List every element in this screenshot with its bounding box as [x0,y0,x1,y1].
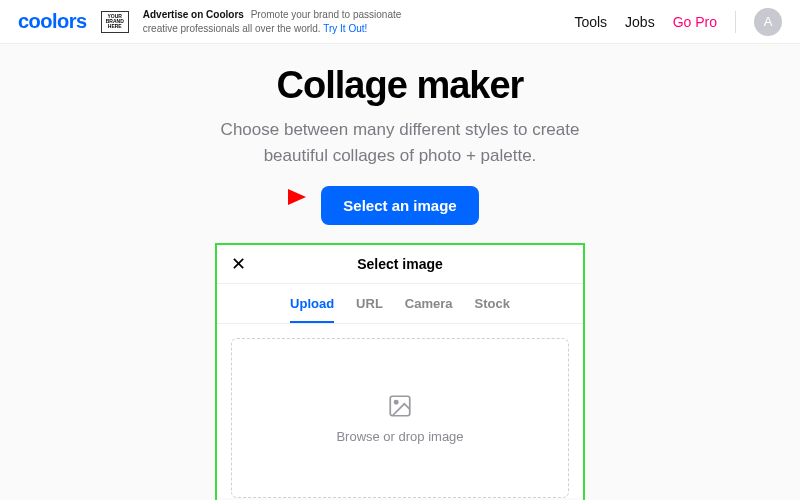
page-title: Collage maker [0,64,800,107]
subtitle-line1: Choose between many different styles to … [221,120,580,139]
tab-stock[interactable]: Stock [475,296,510,323]
main-content: Collage maker Choose between many differ… [0,44,800,500]
promo-text: Advertise on Coolors Promote your brand … [143,8,423,35]
nav-go-pro[interactable]: Go Pro [673,14,717,30]
dropzone[interactable]: Browse or drop image [231,338,569,498]
subtitle-line2: beautiful collages of photo + palette. [264,146,537,165]
tab-url[interactable]: URL [356,296,383,323]
svg-point-3 [395,400,398,403]
header-divider [735,11,736,33]
tab-upload[interactable]: Upload [290,296,334,323]
top-header: coolors YOUR BRAND HERE Advertise on Coo… [0,0,800,44]
avatar[interactable]: A [754,8,782,36]
modal-title: Select image [217,256,583,272]
select-image-modal: ✕ Select image Upload URL Camera Stock B… [217,245,583,498]
promo-badge-icon[interactable]: YOUR BRAND HERE [101,11,129,33]
image-icon [387,393,413,419]
modal-tabs: Upload URL Camera Stock [217,284,583,324]
nav-tools[interactable]: Tools [574,14,607,30]
modal-header: ✕ Select image [217,245,583,284]
svg-marker-1 [288,189,306,205]
header-right: Tools Jobs Go Pro A [574,8,782,36]
modal-highlight: ✕ Select image Upload URL Camera Stock B… [215,243,585,500]
nav-jobs[interactable]: Jobs [625,14,655,30]
page-subtitle: Choose between many different styles to … [0,117,800,168]
logo[interactable]: coolors [18,10,87,33]
tab-camera[interactable]: Camera [405,296,453,323]
annotation-arrow-icon [228,185,308,209]
dropzone-text: Browse or drop image [336,429,463,444]
promo-cta-link[interactable]: Try It Out! [323,23,367,34]
header-left: coolors YOUR BRAND HERE Advertise on Coo… [18,8,423,35]
select-image-button[interactable]: Select an image [321,186,478,225]
promo-title: Advertise on Coolors [143,9,244,20]
